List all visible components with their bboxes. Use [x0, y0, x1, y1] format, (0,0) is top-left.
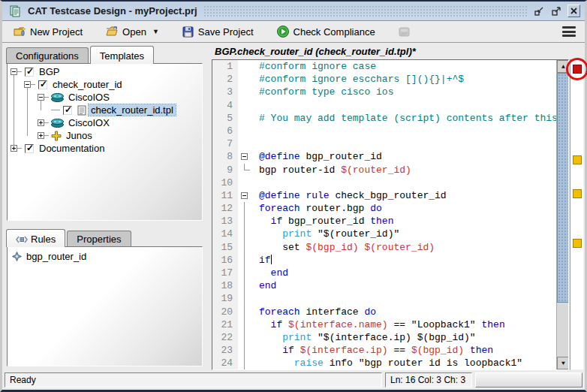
- tab-properties[interactable]: Properties: [67, 231, 131, 247]
- code-line[interactable]: 6: [212, 125, 568, 137]
- code-text: #conform type cisco ios: [259, 86, 393, 98]
- code-text: #conform ignore escchars [](){}|+^$: [259, 73, 464, 86]
- code-line[interactable]: 9bgp router-id $(router_id): [212, 164, 568, 176]
- rule-list-item[interactable]: bgp_router_id: [8, 247, 202, 266]
- code-line[interactable]: 21 if $(interface.name) == "Loopback1" t…: [212, 318, 568, 331]
- close-button[interactable]: [567, 5, 580, 17]
- code-text: #conform ignore case: [259, 60, 376, 73]
- maximize-button[interactable]: [550, 5, 563, 17]
- fold-collapse-icon[interactable]: [241, 192, 248, 199]
- tab-configurations[interactable]: Configurations: [6, 47, 89, 64]
- toolbar-button-label: Save Project: [198, 26, 254, 38]
- tree-item-label[interactable]: BGP: [37, 66, 62, 77]
- line-number: 5: [212, 112, 238, 125]
- caret-position: Ln: 16 Col: 3 Ch: 3: [385, 372, 472, 387]
- rules-tab-icon: [16, 235, 28, 244]
- tree-checkbox-checked[interactable]: [25, 144, 34, 153]
- fold-margin: [238, 254, 256, 267]
- code-line[interactable]: 5# You may add template (script) content…: [212, 112, 568, 125]
- scroll-up-button[interactable]: ▲: [557, 60, 569, 73]
- tree-connector-line: [44, 97, 49, 98]
- tab-rules[interactable]: Rules: [6, 229, 65, 247]
- code-line[interactable]: 2#conform ignore escchars [](){}|+^$: [212, 73, 568, 86]
- tree-row-ciscoiox[interactable]: CiscoIOX: [38, 116, 112, 129]
- line-number: 22: [212, 331, 238, 344]
- code-line[interactable]: 8@define bgp_router_id: [212, 150, 568, 163]
- tree-item-label[interactable]: Junos: [64, 130, 95, 141]
- tree-row-bgp[interactable]: BGP: [11, 65, 62, 78]
- expand-icon[interactable]: [11, 145, 17, 152]
- fold-connector: [244, 318, 245, 331]
- code-line[interactable]: 14 print "$(router_id)": [212, 228, 568, 240]
- editor-panel: BGP.check_router_id (check_router_id.tpl…: [212, 44, 585, 370]
- line-number: 17: [212, 267, 238, 279]
- code-line[interactable]: 15 set $(bgp_id) $(router_id): [212, 241, 568, 254]
- collapse-icon[interactable]: [24, 81, 31, 88]
- fold-connector: [244, 228, 245, 240]
- hamburger-menu-icon[interactable]: [562, 26, 576, 37]
- tree-row-ciscoios[interactable]: CiscoIOS: [38, 91, 112, 104]
- code-line[interactable]: 1#conform ignore case: [212, 60, 568, 73]
- code-line[interactable]: 4: [212, 99, 568, 112]
- code-line[interactable]: 7: [212, 137, 568, 150]
- fold-connector: [244, 279, 245, 292]
- code-text: if $(interface.name) == "Loopback1" then: [259, 318, 505, 331]
- tree-row-check-router-id-tpl[interactable]: check_router_id.tpl: [51, 104, 176, 116]
- code-text: end: [259, 267, 288, 279]
- code-line[interactable]: 13 if bgp_router_id then: [212, 215, 568, 228]
- open-button[interactable]: Open▼: [101, 23, 164, 40]
- code-line[interactable]: 17 end: [212, 267, 568, 279]
- code-line[interactable]: 22 print "$(interface.ip) $(bgp_id)": [212, 331, 568, 344]
- line-number: 9: [212, 164, 238, 176]
- code-line[interactable]: 20foreach interface do: [212, 306, 568, 318]
- collapse-icon[interactable]: [11, 68, 17, 75]
- tree-checkbox-checked[interactable]: [25, 68, 34, 77]
- check-compliance-button[interactable]: Check Compliance: [272, 23, 380, 40]
- code-text: bgp router-id $(router_id): [259, 164, 411, 176]
- tree-item-label[interactable]: Documentation: [37, 143, 107, 154]
- tree-checkbox-checked[interactable]: [38, 80, 47, 89]
- rules-list-panel[interactable]: bgp_router_id: [7, 246, 203, 366]
- tab-templates[interactable]: Templates: [90, 46, 154, 64]
- code-editor[interactable]: 1#conform ignore case2#conform ignore es…: [212, 59, 569, 370]
- tree-row-documentation[interactable]: Documentation: [11, 142, 107, 155]
- rule-label: bgp_router_id: [26, 251, 86, 262]
- left-tabstrip: ConfigurationsTemplates: [2, 44, 207, 63]
- collapse-icon[interactable]: [38, 94, 44, 101]
- editor-vertical-scrollbar[interactable]: ▲ ▼: [556, 60, 569, 369]
- code-line[interactable]: 3#conform type cisco ios: [212, 86, 568, 98]
- tab-label: Properties: [77, 234, 121, 245]
- minimize-button[interactable]: [533, 5, 546, 17]
- tab-label: Templates: [100, 50, 144, 62]
- line-number: 4: [212, 99, 238, 112]
- tree-item-label[interactable]: check_router_id: [50, 79, 125, 90]
- code-line[interactable]: 24 raise info "bgp router id is loopback…: [212, 357, 568, 369]
- title-bar[interactable]: CAT Testcase Design - myProject.prj: [2, 2, 585, 21]
- scrollbar-thumb[interactable]: [557, 73, 569, 303]
- tree-item-label[interactable]: CiscoIOX: [66, 117, 112, 128]
- tree-item-label[interactable]: check_router_id.tpl: [89, 104, 176, 116]
- tree-row-check-router-id[interactable]: check_router_id: [24, 78, 125, 91]
- tree-checkbox-checked[interactable]: [63, 106, 72, 115]
- tree-connector-line: [44, 122, 49, 123]
- new-project-button[interactable]: New Project: [8, 23, 87, 40]
- tree-item-label[interactable]: CiscoIOS: [66, 92, 112, 103]
- fold-connector: [244, 306, 245, 318]
- line-number: 6: [212, 125, 238, 137]
- expand-icon[interactable]: [38, 132, 44, 139]
- save-project-button[interactable]: Save Project: [177, 24, 258, 40]
- code-line[interactable]: 18end: [212, 279, 568, 292]
- code-line[interactable]: 16if: [212, 254, 568, 267]
- left-panel: ConfigurationsTemplates BGPcheck_router_…: [2, 44, 207, 370]
- scroll-down-button[interactable]: ▼: [557, 357, 569, 369]
- code-line[interactable]: 12foreach router.bgp do: [212, 202, 568, 215]
- expand-icon[interactable]: [38, 119, 44, 126]
- code-line[interactable]: 10: [212, 176, 568, 189]
- template-tree-panel[interactable]: BGPcheck_router_idCiscoIOScheck_router_i…: [7, 63, 203, 221]
- code-line[interactable]: 19: [212, 292, 568, 305]
- code-line[interactable]: 23 if $(interface.ip) == $(bgp_id) then: [212, 344, 568, 357]
- fold-collapse-icon[interactable]: [241, 153, 248, 160]
- line-number: 21: [212, 318, 238, 331]
- code-line[interactable]: 11@define rule check_bgp_router_id: [212, 189, 568, 202]
- tree-row-junos[interactable]: Junos: [38, 129, 95, 142]
